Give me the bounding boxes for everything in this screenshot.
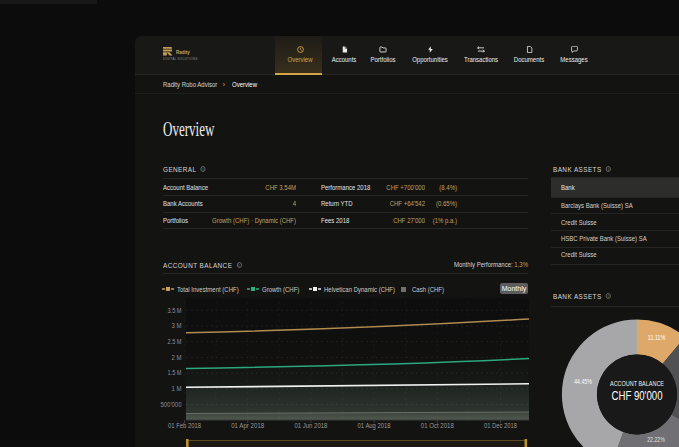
svg-text:500'000: 500'000 (161, 401, 182, 408)
svg-text:11.11%: 11.11% (648, 334, 666, 341)
svg-text:1.5 M: 1.5 M (168, 369, 182, 376)
svg-text:1 M: 1 M (172, 385, 182, 392)
svg-text:3.5 M: 3.5 M (168, 307, 182, 314)
svg-text:CHF 90'000: CHF 90'000 (612, 389, 663, 403)
svg-text:22.22%: 22.22% (647, 436, 665, 443)
svg-text:01 Aug 2018: 01 Aug 2018 (358, 422, 391, 430)
svg-text:01 Apr 2018: 01 Apr 2018 (231, 422, 264, 430)
svg-text:2.5 M: 2.5 M (168, 338, 182, 345)
svg-text:44.45%: 44.45% (574, 378, 592, 385)
svg-text:01 Dec 2018: 01 Dec 2018 (484, 422, 517, 429)
svg-text:2 M: 2 M (172, 354, 182, 361)
svg-text:01 Feb 2018: 01 Feb 2018 (168, 422, 201, 429)
svg-text:3 M: 3 M (172, 322, 182, 329)
svg-text:ACCOUNT BALANCE: ACCOUNT BALANCE (610, 379, 664, 388)
svg-text:01 Jun 2018: 01 Jun 2018 (294, 422, 327, 429)
svg-text:01 Oct 2018: 01 Oct 2018 (421, 422, 454, 429)
